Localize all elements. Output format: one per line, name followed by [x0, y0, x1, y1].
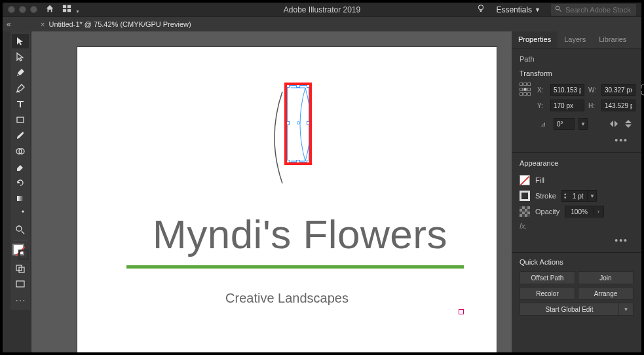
- x-label: X:: [537, 86, 546, 94]
- svg-rect-1: [67, 5, 71, 8]
- quick-actions-title: Quick Actions: [520, 258, 634, 266]
- selection-type-label: Path: [520, 55, 634, 63]
- screen-mode-icon[interactable]: [12, 277, 29, 291]
- global-edit-options-button[interactable]: ▼: [619, 303, 634, 316]
- stroke-label: Stroke: [535, 192, 556, 200]
- edit-toolbar-icon[interactable]: ⋯: [12, 293, 29, 307]
- slug-marker: [459, 309, 464, 314]
- zoom-tool[interactable]: [12, 223, 29, 237]
- rotate-tool[interactable]: [12, 176, 29, 190]
- mac-title-bar: ▼ Adobe Illustrator 2019 Essentials ▼: [3, 3, 641, 17]
- artboard: Myndi's Flowers Creative Landscapes: [77, 47, 497, 352]
- fill-swatch-none[interactable]: [520, 175, 530, 185]
- rotate-dropdown[interactable]: ▼: [578, 118, 588, 130]
- selection-tool[interactable]: [12, 34, 29, 48]
- stroke-weight-field[interactable]: ▲▼ 1 pt ▼: [561, 190, 597, 202]
- tab-layers[interactable]: Layers: [558, 31, 592, 48]
- stroke-swatch[interactable]: [18, 250, 29, 260]
- svg-point-4: [479, 5, 483, 10]
- main-area: ⋯: [3, 31, 641, 352]
- svg-rect-2: [63, 9, 66, 12]
- panel-tabs: Properties Layers Libraries: [512, 31, 641, 48]
- traffic-close[interactable]: [8, 6, 15, 13]
- flip-horizontal-icon[interactable]: [609, 119, 619, 128]
- svg-rect-3: [67, 9, 71, 12]
- start-global-edit-button[interactable]: Start Global Edit: [520, 303, 619, 316]
- tutorial-highlight: [284, 83, 312, 165]
- opacity-field[interactable]: 100% ›: [565, 206, 604, 217]
- tools-panel: ⋯: [3, 31, 31, 352]
- rectangle-tool[interactable]: [12, 113, 29, 127]
- rotate-field[interactable]: 0°: [554, 118, 575, 130]
- svg-rect-10: [17, 196, 24, 201]
- join-button[interactable]: Join: [578, 271, 634, 284]
- eraser-tool[interactable]: [12, 160, 29, 174]
- draw-mode-icon[interactable]: [12, 261, 29, 276]
- w-label: W:: [588, 86, 597, 94]
- fill-stroke-swatch[interactable]: [12, 243, 29, 260]
- paintbrush-tool[interactable]: [12, 128, 29, 143]
- close-tab-icon[interactable]: ×: [41, 20, 45, 28]
- search-icon: [555, 5, 562, 14]
- fill-label: Fill: [535, 176, 544, 184]
- document-tab-label: Untitled-1* @ 75.42% (CMYK/GPU Preview): [48, 20, 191, 28]
- opacity-label: Opacity: [535, 208, 559, 215]
- gradient-tool[interactable]: [12, 191, 29, 206]
- shape-builder-tool[interactable]: [12, 144, 29, 159]
- reference-point-grid[interactable]: [520, 83, 531, 97]
- transform-section-title: Transform: [520, 69, 634, 77]
- document-tab[interactable]: × Untitled-1* @ 75.42% (CMYK/GPU Preview…: [35, 20, 197, 28]
- tab-properties[interactable]: Properties: [512, 31, 558, 48]
- arrange-button[interactable]: Arrange: [578, 287, 634, 300]
- offset-path-button[interactable]: Offset Path: [520, 271, 575, 284]
- arrange-documents-icon[interactable]: ▼: [62, 4, 80, 15]
- app-window: ▼ Adobe Illustrator 2019 Essentials ▼ « …: [0, 0, 644, 355]
- tool-separator: [13, 240, 28, 240]
- y-field[interactable]: [550, 100, 584, 111]
- constrain-proportions-icon[interactable]: [639, 83, 644, 97]
- properties-panel: Properties Layers Libraries Path Transfo…: [512, 31, 641, 352]
- canvas-area[interactable]: Myndi's Flowers Creative Landscapes: [31, 31, 512, 352]
- x-field[interactable]: [550, 84, 584, 96]
- eyedropper-tool[interactable]: [12, 207, 29, 221]
- appearance-more-options[interactable]: •••: [520, 233, 634, 248]
- traffic-zoom[interactable]: [30, 6, 37, 13]
- svg-point-6: [18, 74, 19, 75]
- angle-icon: ⊿: [540, 121, 550, 128]
- w-field[interactable]: [601, 84, 635, 96]
- y-label: Y:: [537, 102, 546, 109]
- direct-selection-tool[interactable]: [12, 50, 29, 64]
- type-tool[interactable]: [12, 97, 29, 111]
- tab-strip-grip-icon[interactable]: «: [7, 20, 11, 29]
- svg-rect-7: [17, 117, 24, 122]
- stroke-swatch-panel[interactable]: [520, 191, 530, 201]
- adobe-stock-search[interactable]: [551, 4, 636, 16]
- artwork-subtitle-text: Creative Landscapes: [77, 291, 497, 306]
- svg-point-11: [16, 226, 22, 231]
- artwork-divider-line: [126, 265, 464, 269]
- svg-rect-14: [16, 281, 24, 287]
- tab-libraries[interactable]: Libraries: [592, 31, 633, 48]
- flip-vertical-icon[interactable]: [623, 119, 634, 128]
- document-tab-strip: « × Untitled-1* @ 75.42% (CMYK/GPU Previ…: [3, 17, 641, 31]
- home-icon[interactable]: [45, 4, 54, 15]
- h-field[interactable]: [601, 100, 635, 111]
- svg-rect-0: [63, 5, 66, 8]
- fx-label[interactable]: fx.: [520, 219, 634, 233]
- search-input[interactable]: [565, 6, 632, 14]
- artwork-title-text: Myndi's Flowers: [123, 211, 477, 257]
- pen-tool[interactable]: [12, 65, 29, 80]
- opacity-swatch-icon[interactable]: [520, 206, 530, 217]
- appearance-section-title: Appearance: [520, 159, 634, 167]
- curvature-tool[interactable]: [12, 81, 29, 96]
- tips-icon[interactable]: [476, 4, 485, 15]
- recolor-button[interactable]: Recolor: [520, 287, 575, 300]
- svg-point-5: [556, 6, 559, 10]
- workspace-label: Essentials: [496, 5, 532, 14]
- transform-more-options[interactable]: •••: [520, 132, 634, 148]
- traffic-minimize[interactable]: [19, 6, 26, 13]
- workspace-switcher[interactable]: Essentials ▼: [492, 4, 544, 16]
- chevron-down-icon: ▼: [535, 7, 540, 13]
- h-label: H:: [588, 102, 597, 109]
